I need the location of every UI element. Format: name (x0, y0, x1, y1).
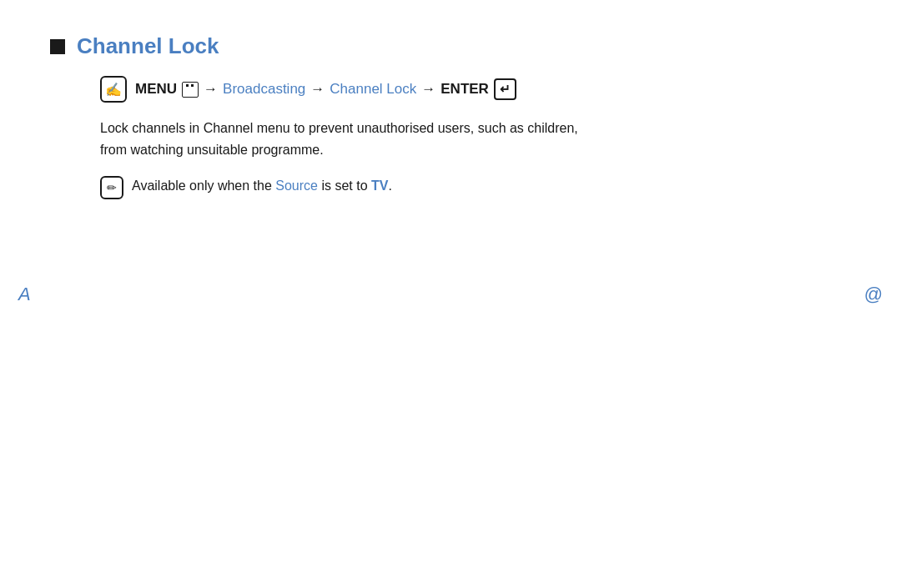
enter-icon: ↵ (494, 78, 516, 100)
broadcasting-link[interactable]: Broadcasting (223, 81, 305, 98)
note-middle: is set to (318, 178, 371, 193)
black-square-icon (50, 39, 65, 54)
enter-label: ENTER (440, 81, 489, 98)
corner-at-label: @ (864, 284, 883, 305)
section-title: Channel Lock (77, 33, 219, 59)
arrow-3: → (421, 81, 435, 98)
description: Lock channels in Channel menu to prevent… (100, 118, 851, 160)
note-icon: ✏ (100, 176, 123, 199)
arrow-2: → (310, 81, 325, 98)
note-tv-link: TV (371, 178, 388, 193)
menu-path: ✍ MENU → Broadcasting → Channel Lock → E… (100, 76, 851, 103)
corner-a-label: A (18, 284, 31, 305)
note-end: . (388, 178, 391, 193)
note-text: Available only when the Source is set to… (132, 175, 392, 197)
main-content: Channel Lock ✍ MENU → Broadcasting → Cha… (0, 0, 901, 233)
menu-hand-icon: ✍ (100, 76, 127, 103)
arrow-1: → (204, 81, 218, 98)
section-header: Channel Lock (50, 33, 851, 59)
note-before-source: Available only when the (132, 178, 275, 193)
description-line2: from watching unsuitable programme. (100, 143, 324, 157)
description-line1: Lock channels in Channel menu to prevent… (100, 121, 578, 135)
note-source-link[interactable]: Source (275, 178, 318, 193)
menu-grid-icon (182, 82, 199, 98)
note: ✏ Available only when the Source is set … (100, 175, 851, 199)
menu-label: MENU (135, 81, 177, 98)
channel-lock-link[interactable]: Channel Lock (330, 81, 416, 98)
